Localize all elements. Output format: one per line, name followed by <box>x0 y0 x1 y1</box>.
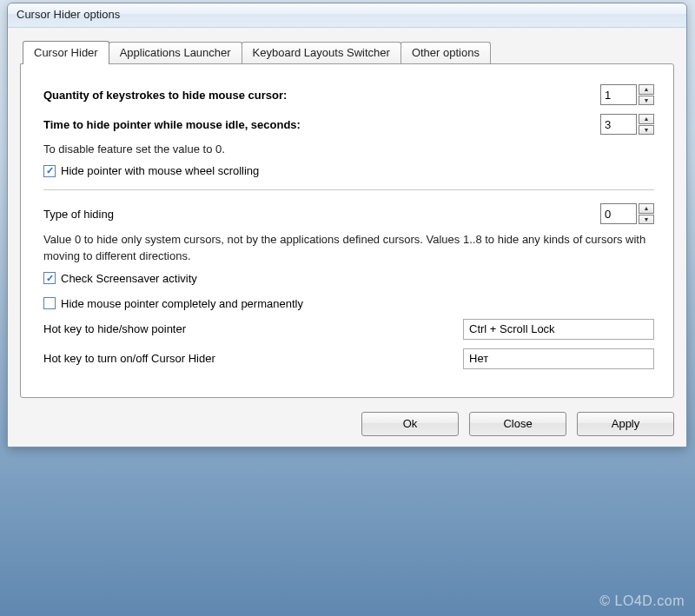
keystrokes-row: Quantity of keystrokes to hide mouse cur… <box>43 83 654 106</box>
tab-panel: Quantity of keystrokes to hide mouse cur… <box>20 63 674 398</box>
spin-down-icon[interactable]: ▼ <box>639 96 654 106</box>
permanent-checkbox[interactable] <box>43 297 56 309</box>
spin-up-icon[interactable]: ▲ <box>639 114 654 124</box>
idle-input[interactable] <box>600 114 637 135</box>
tab-keyboard-layouts-switcher[interactable]: Keyboard Layouts Switcher <box>242 42 401 63</box>
section-divider <box>43 189 654 190</box>
screensaver-checkbox-row: ✓ Check Screensaver activity <box>43 272 654 285</box>
window-title: Cursor Hider options <box>17 8 120 21</box>
tab-label: Cursor Hider <box>34 46 98 59</box>
type-spinner: ▲ ▼ <box>600 203 654 224</box>
tab-applications-launcher[interactable]: Applications Launcher <box>109 42 242 63</box>
spinner-buttons: ▲ ▼ <box>639 203 654 224</box>
close-button[interactable]: Close <box>469 412 566 436</box>
ok-button[interactable]: Ok <box>361 412 459 436</box>
hotkey-toggle-input[interactable] <box>463 348 654 369</box>
wheel-checkbox[interactable]: ✓ <box>43 165 56 177</box>
tab-label: Applications Launcher <box>120 46 231 59</box>
wheel-checkbox-label: Hide pointer with mouse wheel scrolling <box>61 164 259 177</box>
watermark: © LO4D.com <box>599 593 685 609</box>
permanent-checkbox-label: Hide mouse pointer completely and perman… <box>61 297 303 310</box>
keystrokes-label: Quantity of keystrokes to hide mouse cur… <box>43 89 287 102</box>
apply-button[interactable]: Apply <box>577 412 674 436</box>
tabs-row: Cursor Hider Applications Launcher Keybo… <box>23 40 674 63</box>
tab-cursor-hider[interactable]: Cursor Hider <box>23 41 109 64</box>
type-row: Type of hiding ▲ ▼ <box>43 202 654 225</box>
tab-other-options[interactable]: Other options <box>400 42 491 63</box>
type-label: Type of hiding <box>43 208 114 221</box>
window-titlebar[interactable]: Cursor Hider options <box>8 3 686 28</box>
disable-note: To disable feature set the value to 0. <box>43 142 654 156</box>
spin-down-icon[interactable]: ▼ <box>639 125 654 136</box>
hotkey-show-input[interactable] <box>463 319 654 340</box>
client-area: Cursor Hider Applications Launcher Keybo… <box>8 28 686 447</box>
wheel-checkbox-row: ✓ Hide pointer with mouse wheel scrollin… <box>43 164 654 177</box>
spinner-buttons: ▲ ▼ <box>639 114 654 135</box>
keystrokes-spinner: ▲ ▼ <box>600 84 654 105</box>
screensaver-checkbox[interactable]: ✓ <box>43 272 56 284</box>
idle-label: Time to hide pointer while mouse idle, s… <box>43 118 301 131</box>
keystrokes-input[interactable] <box>600 84 637 105</box>
hotkey-toggle-row: Hot key to turn on/off Cursor Hider <box>43 348 654 369</box>
idle-row: Time to hide pointer while mouse idle, s… <box>43 113 654 136</box>
spinner-buttons: ▲ ▼ <box>639 84 654 105</box>
type-input[interactable] <box>600 203 637 224</box>
button-bar: Ok Close Apply <box>20 412 674 436</box>
tab-label: Keyboard Layouts Switcher <box>253 46 390 59</box>
hotkey-toggle-label: Hot key to turn on/off Cursor Hider <box>43 352 215 365</box>
spin-down-icon[interactable]: ▼ <box>639 215 654 225</box>
tab-label: Other options <box>412 46 480 59</box>
screensaver-checkbox-label: Check Screensaver activity <box>61 272 197 285</box>
spin-up-icon[interactable]: ▲ <box>639 203 654 214</box>
hotkey-show-row: Hot key to hide/show pointer <box>43 319 654 340</box>
type-description: Value 0 to hide only system cursors, not… <box>43 232 654 265</box>
options-window: Cursor Hider options Cursor Hider Applic… <box>7 3 687 447</box>
hotkey-show-label: Hot key to hide/show pointer <box>43 322 186 335</box>
spin-up-icon[interactable]: ▲ <box>639 84 654 95</box>
permanent-checkbox-row: Hide mouse pointer completely and perman… <box>43 297 654 310</box>
idle-spinner: ▲ ▼ <box>600 114 654 135</box>
